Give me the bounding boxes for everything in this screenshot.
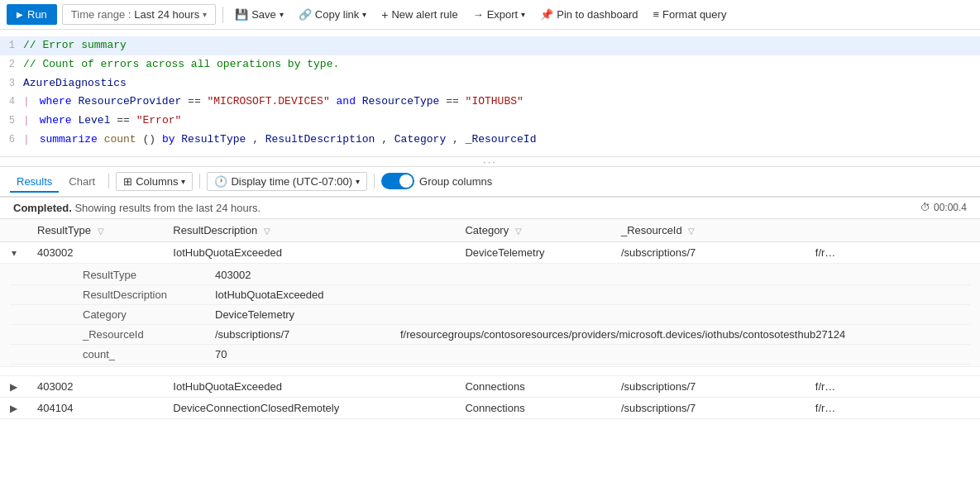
- filter-icon-ResourceId[interactable]: ▽: [688, 227, 695, 236]
- table-row: ▾ 403002 IotHubQuotaExceeded DeviceTelem…: [0, 241, 980, 263]
- results-table-wrapper: ResultType ▽ ResultDescription ▽ Categor…: [0, 219, 980, 419]
- display-time-button[interactable]: 🕐 Display time (UTC-07:00) ▾: [207, 172, 367, 191]
- detail-row-ResourceId: _ResourceId /subscriptions/7 f/resourceg…: [10, 324, 970, 344]
- code-line-1: 1 // Error summary: [0, 36, 980, 55]
- pin-label: Pin to dashboard: [557, 8, 638, 21]
- query-time-badge: ⏱ 00:00.4: [920, 202, 967, 213]
- filter-icon-ResultDescription[interactable]: ▽: [264, 227, 270, 236]
- export-button[interactable]: → Export ▾: [468, 5, 531, 24]
- display-time-label: Display time (UTC-07:00): [231, 175, 352, 188]
- query-time-value: 00:00.4: [934, 202, 967, 213]
- status-showing-text: Showing results from the last 24 hours.: [74, 202, 261, 214]
- filter-icon-ResultType[interactable]: ▽: [98, 227, 104, 236]
- cell-ResultDescription-1: IotHubQuotaExceeded: [163, 241, 455, 263]
- results-sep-3: [374, 174, 375, 189]
- export-chevron-icon: ▾: [521, 10, 525, 19]
- save-label: Save: [251, 8, 276, 21]
- play-icon: ▶: [17, 10, 23, 19]
- group-columns-label: Group columns: [419, 175, 492, 188]
- detail-row-ResultType: ResultType 403002: [10, 265, 970, 285]
- expanded-row-1: ResultType 403002 ResultDescription IotH…: [0, 263, 980, 366]
- columns-chevron-icon: ▾: [181, 177, 185, 186]
- resize-handle[interactable]: ···: [0, 157, 980, 167]
- plus-icon: +: [381, 8, 388, 21]
- detail-row-count: count_ 70: [10, 344, 970, 364]
- columns-label: Columns: [136, 175, 178, 188]
- status-message: Completed. Showing results from the last…: [13, 202, 261, 214]
- save-icon: 💾: [235, 8, 248, 21]
- toolbar: ▶ Run Time range : Last 24 hours ▾ 💾 Sav…: [0, 0, 980, 30]
- code-line-5: 5 | where Level == "Error": [0, 112, 980, 131]
- code-line-2: 2 // Count of errors across all operatio…: [0, 55, 980, 74]
- status-completed-label: Completed.: [13, 202, 72, 214]
- table-row: ▶ 403002 IotHubQuotaExceeded Connections…: [0, 375, 980, 397]
- run-button[interactable]: ▶ Run: [7, 4, 57, 25]
- timer-icon: ⏱: [920, 202, 930, 213]
- chevron-down-icon: ▾: [203, 10, 207, 19]
- group-columns-toggle-wrap: Group columns: [381, 173, 492, 189]
- col-header-ResourceId: _ResourceId ▽: [611, 219, 980, 242]
- display-time-chevron-icon: ▾: [356, 177, 360, 186]
- tab-chart[interactable]: Chart: [62, 172, 102, 193]
- clock-icon: 🕐: [214, 175, 227, 188]
- cell-Category-1: DeviceTelemetry: [455, 241, 611, 263]
- link-icon: 🔗: [299, 8, 312, 21]
- cell-ResourceId-1: /subscriptions/7 f/resourcegroups/contos…: [611, 241, 980, 263]
- expand-col-header: [0, 219, 27, 242]
- table-row: ▶ 404104 DeviceConnectionClosedRemotely …: [0, 397, 980, 418]
- save-button[interactable]: 💾 Save ▾: [230, 5, 289, 24]
- copy-link-chevron-icon: ▾: [362, 10, 366, 19]
- code-line-4: 4 | where ResourceProvider == "MICROSOFT…: [0, 93, 980, 112]
- expand-button-2[interactable]: ▶: [10, 381, 17, 393]
- expanded-detail-table: ResultType 403002 ResultDescription IotH…: [10, 265, 970, 365]
- code-line-6: 6 | summarize count () by ResultType , R…: [0, 131, 980, 150]
- spacer-row: [0, 366, 980, 375]
- divider-1: [222, 7, 223, 23]
- export-icon: →: [473, 8, 484, 21]
- tab-results[interactable]: Results: [10, 172, 59, 193]
- toggle-knob: [399, 174, 413, 188]
- save-chevron-icon: ▾: [280, 10, 284, 19]
- cell-ResultType-1: 403002: [27, 241, 163, 263]
- results-sep-1: [108, 174, 109, 189]
- time-range-button[interactable]: Time range : Last 24 hours ▾: [62, 4, 216, 25]
- cell-ResourceId-2: /subscriptions/7 f/resourcegroups/contos…: [611, 375, 980, 397]
- export-label: Export: [487, 8, 519, 21]
- table-header-row: ResultType ▽ ResultDescription ▽ Categor…: [0, 219, 980, 242]
- format-query-button[interactable]: ≡ Format query: [648, 5, 732, 24]
- copy-link-button[interactable]: 🔗 Copy link ▾: [294, 5, 371, 24]
- filter-icon-Category[interactable]: ▽: [515, 227, 522, 236]
- cell-Category-2: Connections: [455, 375, 611, 397]
- expand-button-3[interactable]: ▶: [10, 403, 17, 414]
- results-table: ResultType ▽ ResultDescription ▽ Categor…: [0, 219, 980, 419]
- col-header-ResultType: ResultType ▽: [27, 219, 163, 242]
- time-range-value: Last 24 hours: [134, 8, 199, 21]
- cell-ResultType-2: 403002: [27, 375, 163, 397]
- cell-ResultType-3: 404104: [27, 397, 163, 418]
- col-header-ResultDescription: ResultDescription ▽: [163, 219, 455, 242]
- run-label: Run: [27, 8, 47, 21]
- group-columns-toggle[interactable]: [381, 173, 414, 189]
- results-sep-2: [199, 174, 200, 189]
- collapse-button-1[interactable]: ▾: [12, 247, 17, 259]
- detail-row-ResultDescription: ResultDescription IotHubQuotaExceeded: [10, 284, 970, 304]
- col-header-Category: Category ▽: [455, 219, 611, 242]
- copy-link-label: Copy link: [315, 8, 359, 21]
- results-toolbar: Results Chart ⊞ Columns ▾ 🕐 Display time…: [0, 167, 980, 198]
- expand-cell-3: ▶: [0, 397, 27, 418]
- format-label: Format query: [662, 8, 726, 21]
- detail-row-Category: Category DeviceTelemetry: [10, 304, 970, 324]
- code-editor[interactable]: 1 // Error summary 2 // Count of errors …: [0, 30, 980, 157]
- pin-icon: 📌: [540, 8, 553, 21]
- format-icon: ≡: [653, 8, 660, 21]
- new-alert-button[interactable]: + New alert rule: [376, 5, 462, 25]
- expand-cell-1: ▾: [0, 241, 27, 263]
- new-alert-label: New alert rule: [391, 8, 457, 21]
- cell-ResultDescription-3: DeviceConnectionClosedRemotely: [163, 397, 455, 418]
- expand-cell-2: ▶: [0, 375, 27, 397]
- cell-ResourceId-3: /subscriptions/7 f/resourcegroups/contos…: [611, 397, 980, 418]
- columns-button[interactable]: ⊞ Columns ▾: [116, 172, 193, 191]
- status-bar: Completed. Showing results from the last…: [0, 198, 980, 219]
- code-line-3: 3 AzureDiagnostics: [0, 74, 980, 93]
- pin-dashboard-button[interactable]: 📌 Pin to dashboard: [535, 5, 643, 24]
